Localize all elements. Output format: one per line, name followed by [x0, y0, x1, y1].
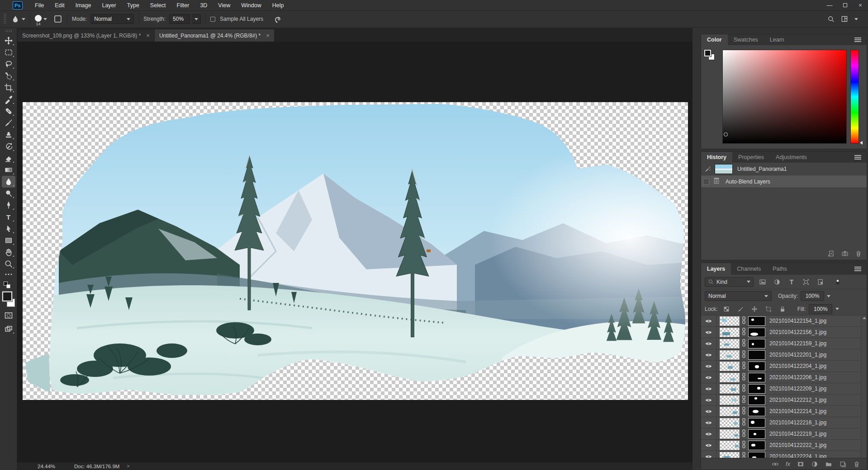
layer-thumbnail[interactable] — [720, 452, 740, 458]
canvas-area[interactable] — [17, 42, 693, 462]
path-selection-tool-button[interactable] — [2, 223, 15, 235]
add-layer-mask-icon[interactable] — [797, 461, 804, 468]
layer-visibility-eye-icon[interactable] — [701, 417, 716, 428]
opacity-chevron[interactable] — [827, 295, 830, 297]
type-tool-button[interactable]: T — [2, 211, 15, 223]
menu-item[interactable]: Filter — [172, 1, 194, 10]
layer-thumbnail[interactable] — [720, 418, 740, 428]
sample-all-layers-checkbox[interactable] — [210, 17, 215, 22]
layer-mask-thumbnail[interactable] — [748, 418, 765, 428]
menu-item[interactable]: View — [213, 1, 235, 10]
layer-thumbnail[interactable] — [720, 407, 740, 416]
layer-row[interactable]: 20210104122224_1.jpg — [701, 451, 867, 458]
document-tab-close-icon[interactable]: × — [146, 32, 150, 39]
new-layer-icon[interactable] — [839, 461, 846, 468]
brush-tool-button[interactable] — [2, 117, 15, 129]
menu-item[interactable]: Edit — [50, 1, 70, 10]
menu-item[interactable]: Image — [71, 1, 96, 10]
filter-shape-layers-icon[interactable] — [801, 277, 811, 287]
layer-thumbnail[interactable] — [720, 384, 740, 394]
delete-state-trash-icon[interactable] — [855, 250, 862, 257]
layer-mask-thumbnail[interactable] — [748, 452, 765, 458]
hue-slider-marker[interactable] — [860, 141, 863, 145]
layer-row[interactable]: 20210104122154_1.jpg — [701, 315, 867, 327]
strength-slider-chevron[interactable] — [192, 14, 201, 24]
layer-thumbnail[interactable] — [720, 362, 740, 371]
edit-toolbar-ellipsis-icon[interactable] — [2, 270, 15, 279]
filtering-toggle[interactable] — [832, 277, 843, 287]
lasso-tool-button[interactable] — [2, 58, 15, 70]
filter-kind-dropdown[interactable]: Kind — [705, 277, 754, 287]
panel-menu-icon[interactable] — [854, 38, 861, 42]
layer-mask-link-icon[interactable] — [742, 429, 746, 438]
layer-thumbnail[interactable] — [720, 350, 740, 360]
foreground-background-swatches[interactable] — [2, 291, 15, 307]
mode-dropdown[interactable]: Normal — [90, 14, 134, 24]
panel-tab[interactable]: Color — [701, 34, 728, 45]
foreground-color-swatch[interactable] — [2, 291, 12, 301]
history-snapshot-row[interactable]: Untitled_Panorama1 — [701, 163, 867, 175]
filter-smart-objects-icon[interactable] — [815, 277, 826, 287]
panel-tab[interactable]: Swatches — [728, 34, 764, 45]
layer-visibility-eye-icon[interactable] — [701, 361, 716, 371]
default-swap-colors-icons[interactable] — [4, 282, 14, 290]
layer-visibility-eye-icon[interactable] — [701, 395, 716, 405]
maximize-button[interactable] — [837, 0, 853, 10]
layer-mask-thumbnail[interactable] — [748, 339, 765, 348]
move-tool-button[interactable] — [2, 35, 15, 47]
pen-tool-button[interactable] — [2, 199, 15, 211]
rectangle-tool-button[interactable] — [2, 235, 15, 246]
options-grip[interactable] — [4, 14, 6, 24]
clone-stamp-tool-button[interactable] — [2, 129, 15, 141]
layer-thumbnail[interactable] — [720, 429, 740, 439]
menu-item[interactable]: Help — [267, 1, 289, 10]
layer-thumbnail[interactable] — [720, 441, 740, 450]
layer-visibility-eye-icon[interactable] — [701, 338, 716, 349]
panel-tab[interactable]: Adjustments — [770, 152, 813, 163]
layer-visibility-eye-icon[interactable] — [701, 372, 716, 383]
layer-mask-thumbnail[interactable] — [748, 384, 765, 394]
layer-visibility-eye-icon[interactable] — [701, 406, 716, 417]
toggle-brush-panel-icon[interactable] — [53, 14, 62, 24]
eyedropper-tool-button[interactable] — [2, 94, 15, 105]
layer-visibility-eye-icon[interactable] — [701, 349, 716, 360]
layer-visibility-eye-icon[interactable] — [701, 451, 716, 458]
document-canvas[interactable] — [23, 102, 688, 400]
quick-selection-tool-button[interactable] — [2, 70, 15, 82]
layer-thumbnail[interactable] — [720, 339, 740, 348]
finger-painting-icon[interactable] — [273, 14, 282, 24]
workspace-switcher-icon[interactable] — [841, 15, 848, 23]
zoom-tool-button[interactable] — [2, 258, 15, 270]
screen-mode-button[interactable] — [2, 323, 15, 335]
quick-mask-mode-button[interactable] — [2, 310, 15, 321]
history-brush-tool-button[interactable] — [2, 141, 15, 152]
layer-row[interactable]: 20210104122204_1.jpg — [701, 361, 867, 372]
close-button[interactable]: × — [853, 0, 868, 10]
layer-row[interactable]: 20210104122216_1.jpg — [701, 417, 867, 428]
status-options-chevron[interactable]: > — [127, 464, 129, 469]
saturation-brightness-field[interactable] — [722, 50, 847, 144]
layer-mask-thumbnail[interactable] — [748, 328, 765, 337]
layer-visibility-eye-icon[interactable] — [701, 440, 716, 451]
layer-mask-thumbnail[interactable] — [748, 407, 765, 416]
zoom-level-field[interactable]: 24.44% — [38, 464, 55, 469]
panel-tab[interactable]: History — [701, 152, 732, 163]
layer-mask-thumbnail[interactable] — [748, 441, 765, 450]
layer-row[interactable]: 20210104122156_1.jpg — [701, 327, 867, 338]
panel-menu-icon[interactable] — [854, 155, 861, 160]
rectangular-marquee-tool-button[interactable] — [2, 47, 15, 58]
layer-thumbnail[interactable] — [720, 395, 740, 405]
layer-mask-link-icon[interactable] — [742, 418, 746, 427]
dodge-tool-button[interactable] — [2, 188, 15, 199]
minimize-button[interactable]: — — [822, 0, 837, 10]
blur-tool-preset-icon[interactable] — [11, 14, 20, 24]
brush-picker-chevron[interactable] — [43, 18, 47, 20]
layer-mask-link-icon[interactable] — [742, 441, 746, 450]
lock-artboard-icon[interactable] — [763, 304, 774, 314]
menu-item[interactable]: Select — [145, 1, 171, 10]
menu-item[interactable]: 3D — [195, 1, 212, 10]
history-state-row[interactable]: Auto-Blend Layers — [701, 175, 867, 188]
new-adjustment-layer-icon[interactable] — [811, 461, 818, 468]
layer-mask-thumbnail[interactable] — [748, 362, 765, 371]
layer-mask-link-icon[interactable] — [742, 350, 746, 359]
